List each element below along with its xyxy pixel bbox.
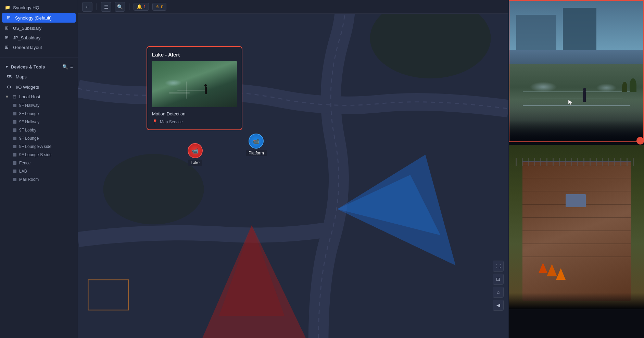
back-button[interactable]: ← — [82, 2, 92, 12]
alert-popup-image — [152, 61, 237, 107]
right-panel — [508, 0, 644, 338]
grid-icon: ⊞ — [5, 25, 10, 31]
sidebar-item-9f-lounge-b[interactable]: 9F Lounge-B side — [0, 151, 78, 159]
sidebar-divider — [0, 58, 78, 58]
grid-icon: ⊞ — [5, 35, 10, 40]
sidebar-item-8f-hallway[interactable]: 8F Hallway — [0, 101, 78, 110]
camera-icon — [13, 145, 16, 148]
sidebar-item-us-subsidiary[interactable]: ⊞ US_Subsidary — [0, 23, 78, 33]
sidebar-item-label: US_Subsidary — [13, 26, 41, 31]
map-icon: 🗺 — [7, 74, 12, 79]
sidebar-item-local-host[interactable]: ▼ ⊟ Local Host — [0, 92, 78, 101]
topbar-separator — [97, 3, 97, 10]
sidebar-item-label: JP_Subsidary — [13, 35, 40, 40]
sidebar-item-9f-lobby[interactable]: 9F Lobby — [0, 126, 78, 134]
camera-icon — [13, 104, 16, 107]
feed-top-content — [509, 1, 643, 141]
lake-camera-label: Lake — [188, 160, 202, 166]
sidebar-item-maps[interactable]: 🗺 Maps — [0, 72, 78, 82]
home-button[interactable]: ⌂ — [493, 287, 504, 298]
warning-badge[interactable]: ⚠ 0 — [152, 3, 166, 11]
warning-icon: ⚠ — [155, 4, 160, 9]
alert-popup-title: Lake - Alert — [152, 52, 237, 58]
search-icon[interactable]: 🔍 — [62, 64, 68, 70]
camera-feed-bottom[interactable] — [509, 145, 644, 338]
sidebar-item-label: Synology (Default) — [15, 15, 52, 21]
sidebar-item-9f-lounge-a[interactable]: 9F Lounge-A side — [0, 142, 78, 151]
sidebar-item-9f-hallway[interactable]: 9F Hallway — [0, 118, 78, 126]
sidebar-item-label: 8F Hallway — [19, 103, 39, 108]
sidebar-item-jp-subsidiary[interactable]: ⊞ JP_Subsidary — [0, 33, 78, 42]
alert-badge[interactable]: 🔔 1 — [134, 3, 149, 11]
camera-icon — [13, 112, 16, 115]
video-camera-icon: 📹 — [253, 138, 260, 145]
camera-icon — [13, 178, 16, 181]
map-view[interactable]: Lane Lake - Alert — [78, 14, 508, 338]
sidebar-item-9f-lounge[interactable]: 9F Lounge — [0, 134, 78, 142]
camera-node-lake[interactable]: 📹 Lake — [188, 143, 203, 166]
grid-icon: ⊟ — [13, 94, 16, 99]
feed-bottom-content — [509, 145, 644, 309]
sidebar-item-label: 9F Lobby — [19, 128, 36, 133]
sort-icon[interactable]: ≡ — [70, 64, 73, 70]
devices-tools-label: Devices & Tools — [11, 64, 45, 70]
sidebar: 📁 Synology HQ ⊞ Synology (Default) ⊞ US_… — [0, 0, 78, 338]
sidebar-item-synology-default[interactable]: ⊞ Synology (Default) — [2, 13, 76, 23]
sidebar-item-lab[interactable]: LAB — [0, 167, 78, 175]
contract-button[interactable]: ⊡ — [493, 274, 504, 285]
contract-icon: ⊡ — [496, 276, 500, 282]
camera-feed-top[interactable] — [509, 0, 644, 142]
topbar-separator — [129, 3, 129, 10]
expand-button[interactable]: ⛶ — [493, 261, 504, 272]
sidebar-item-label: Fence — [19, 161, 30, 165]
camera-icon — [13, 153, 16, 157]
sidebar-item-8f-lounge[interactable]: 8F Lounge — [0, 110, 78, 118]
sidebar-item-label: I/O Widgets — [16, 85, 39, 90]
devices-tools-header[interactable]: ▼ Devices & Tools 🔍 ≡ — [0, 61, 78, 72]
location-pin-icon: 📍 — [152, 119, 158, 125]
alert-popup[interactable]: Lake - Alert Motion Detection 📍 Map Serv… — [147, 46, 242, 130]
alert-popup-location-text: Map Service — [160, 120, 183, 124]
topbar: ← ☰ 🔍 🔔 1 ⚠ 0 — [78, 0, 508, 14]
menu-button[interactable]: ☰ — [101, 2, 111, 12]
sidebar-item-io-widgets[interactable]: ⚙ I/O Widgets — [0, 82, 78, 92]
back-map-button[interactable]: ◀ — [493, 300, 504, 311]
sidebar-item-label: Mail Room — [19, 177, 39, 182]
warning-count: 0 — [161, 4, 163, 9]
sidebar-item-general-layout[interactable]: ⊞ General layout — [0, 42, 78, 52]
map-background-svg: Lane — [78, 14, 508, 338]
alert-popup-event: Motion Detection — [152, 111, 237, 116]
sidebar-item-fence[interactable]: Fence — [0, 159, 78, 167]
chevron-down-icon: ▼ — [5, 64, 9, 69]
platform-camera-circle[interactable]: 📹 — [249, 134, 264, 149]
sidebar-item-label: General layout — [13, 45, 42, 50]
sidebar-item-label: 8F Lounge — [19, 111, 39, 116]
home-icon: ⌂ — [497, 289, 500, 295]
lake-camera-circle[interactable]: 📹 — [188, 143, 203, 158]
chevron-down-icon: ▼ — [5, 94, 9, 99]
search-button[interactable]: 🔍 — [115, 2, 125, 12]
map-controls: ⛶ ⊡ ⌂ ◀ — [493, 261, 504, 311]
search-icon: 🔍 — [117, 4, 123, 10]
grid-icon: ⊞ — [7, 15, 12, 21]
menu-icon: ☰ — [104, 4, 109, 10]
back-icon: ◀ — [496, 302, 500, 308]
back-icon: ← — [85, 4, 90, 10]
sidebar-item-synology-hq[interactable]: 📁 Synology HQ — [0, 3, 78, 12]
expand-icon: ⛶ — [496, 263, 501, 269]
camera-icon — [13, 120, 16, 124]
camera-icon — [13, 128, 16, 132]
alert-count: 1 — [143, 4, 146, 9]
sidebar-item-label: 9F Hallway — [19, 120, 39, 124]
sidebar-item-label: Maps — [16, 74, 27, 79]
sidebar-item-label: 9F Lounge-B side — [19, 152, 52, 157]
grid-icon: ⊞ — [5, 45, 10, 50]
camera-node-platform[interactable]: 📹 Platform — [246, 134, 267, 156]
alert-popup-location: 📍 Map Service — [152, 119, 237, 125]
sidebar-item-mail-room[interactable]: Mail Room — [0, 175, 78, 184]
notification-dot[interactable] — [636, 137, 644, 145]
folder-icon: 📁 — [5, 5, 10, 10]
camera-icon — [13, 137, 16, 140]
sidebar-item-label: Synology HQ — [13, 5, 39, 10]
camera-icon — [13, 170, 16, 173]
